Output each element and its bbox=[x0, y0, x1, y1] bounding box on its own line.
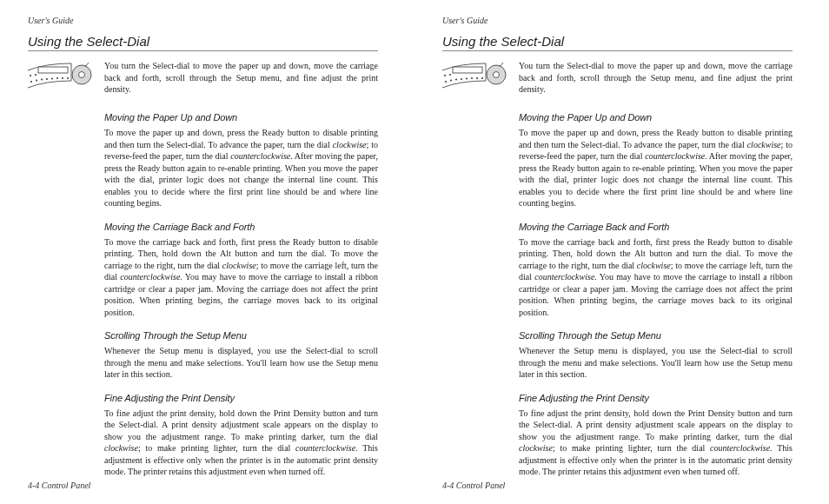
para-paper: To move the paper up and down, press the… bbox=[519, 127, 793, 209]
svg-point-2 bbox=[35, 74, 36, 76]
svg-point-3 bbox=[30, 81, 32, 83]
svg-point-4 bbox=[36, 80, 37, 82]
svg-point-20 bbox=[461, 78, 462, 80]
svg-point-10 bbox=[67, 77, 69, 79]
subhead-carriage: Moving the Carriage Back and Forth bbox=[519, 222, 793, 232]
svg-point-24 bbox=[481, 77, 483, 79]
para-carriage: To move the carriage back and forth, fir… bbox=[104, 236, 378, 319]
intro-text: You turn the Select-dial to move the pap… bbox=[104, 60, 378, 96]
svg-rect-0 bbox=[38, 67, 68, 73]
subhead-paper: Moving the Paper Up and Down bbox=[519, 112, 793, 123]
svg-point-5 bbox=[41, 79, 43, 81]
svg-rect-14 bbox=[453, 67, 482, 73]
subhead-carriage: Moving the Carriage Back and Forth bbox=[104, 222, 378, 232]
svg-point-8 bbox=[56, 77, 58, 79]
para-density: To fine adjust the print density, hold d… bbox=[519, 408, 793, 478]
para-scroll: Whenever the Setup menu is displayed, yo… bbox=[104, 345, 378, 381]
subhead-paper: Moving the Paper Up and Down bbox=[104, 112, 378, 123]
subhead-scroll: Scrolling Through the Setup Menu bbox=[519, 330, 793, 341]
page-right: User's Guide Using the Select-Dial You t… bbox=[414, 0, 829, 504]
running-header: User's Guide bbox=[442, 16, 793, 25]
page-footer: 4-4 Control Panel bbox=[442, 481, 505, 490]
page-footer: 4-4 Control Panel bbox=[28, 481, 90, 490]
svg-point-19 bbox=[455, 79, 457, 81]
subhead-density: Fine Adjusting the Print Density bbox=[519, 393, 793, 403]
subhead-scroll: Scrolling Through the Setup Menu bbox=[104, 330, 378, 341]
para-paper: To move the paper up and down, press the… bbox=[104, 127, 378, 209]
para-carriage: To move the carriage back and forth, fir… bbox=[519, 236, 793, 319]
para-density: To fine adjust the print density, hold d… bbox=[104, 408, 378, 478]
page-left: User's Guide Using the Select-Dial You t… bbox=[0, 0, 414, 504]
svg-line-27 bbox=[500, 63, 503, 67]
subhead-density: Fine Adjusting the Print Density bbox=[104, 393, 378, 403]
svg-point-6 bbox=[46, 78, 48, 80]
section-title: Using the Select-Dial bbox=[442, 34, 793, 51]
svg-point-16 bbox=[449, 74, 451, 76]
svg-point-15 bbox=[444, 75, 446, 76]
svg-point-26 bbox=[494, 72, 500, 78]
svg-point-7 bbox=[51, 78, 53, 80]
svg-point-21 bbox=[466, 78, 468, 80]
svg-point-1 bbox=[30, 75, 31, 76]
running-header: User's Guide bbox=[28, 16, 378, 25]
select-dial-icon bbox=[28, 60, 96, 96]
svg-point-23 bbox=[476, 77, 478, 79]
svg-point-17 bbox=[445, 81, 447, 83]
svg-point-18 bbox=[450, 80, 452, 82]
select-dial-icon bbox=[442, 60, 510, 96]
svg-point-12 bbox=[79, 72, 85, 78]
svg-point-9 bbox=[62, 77, 63, 79]
svg-point-22 bbox=[471, 77, 473, 79]
para-scroll: Whenever the Setup menu is displayed, yo… bbox=[519, 345, 793, 381]
section-title: Using the Select-Dial bbox=[28, 34, 378, 51]
svg-line-13 bbox=[85, 63, 89, 67]
intro-row: You turn the Select-dial to move the pap… bbox=[28, 60, 378, 96]
intro-text: You turn the Select-dial to move the pap… bbox=[519, 60, 793, 96]
intro-row: You turn the Select-dial to move the pap… bbox=[442, 60, 793, 96]
